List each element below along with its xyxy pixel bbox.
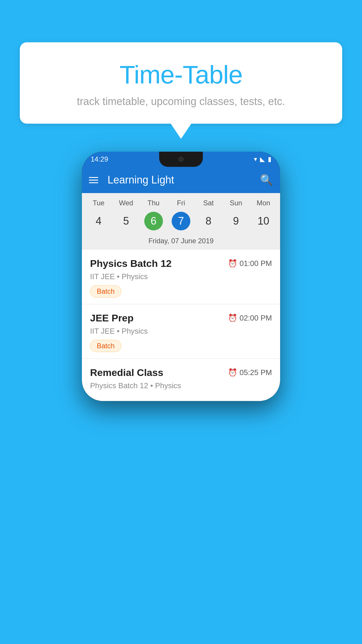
schedule-item-header-2: JEE Prep ⏰ 02:00 PM	[90, 312, 272, 324]
schedule-item-time-2: ⏰ 02:00 PM	[228, 314, 272, 323]
clock-icon-3: ⏰	[228, 368, 237, 377]
batch-badge-2: Batch	[90, 340, 121, 352]
hamburger-line-1	[89, 177, 98, 178]
schedule-item-header-3: Remedial Class ⏰ 05:25 PM	[90, 367, 272, 378]
status-icons: ▾ ◣ ▮	[254, 155, 271, 163]
day-8[interactable]: 8	[195, 212, 222, 230]
schedule-item-subtitle-1: IIT JEE • Physics	[90, 272, 272, 281]
notch	[159, 152, 203, 167]
day-4[interactable]: 4	[85, 212, 112, 230]
schedule-item-1[interactable]: Physics Batch 12 ⏰ 01:00 PM IIT JEE • Ph…	[82, 250, 280, 304]
status-bar: 14:29 ▾ ◣ ▮	[82, 152, 280, 167]
phone-screen: 14:29 ▾ ◣ ▮ Learning Light	[82, 152, 280, 401]
batch-badge-1: Batch	[90, 285, 121, 298]
schedule-item-subtitle-3: Physics Batch 12 • Physics	[90, 381, 272, 390]
day-name-thu: Thu	[140, 199, 167, 209]
app-bar: Learning Light 🔍	[82, 167, 280, 193]
day-name-fri: Fri	[167, 199, 195, 209]
day-name-tue: Tue	[85, 199, 112, 209]
calendar-week: Tue Wed Thu Fri Sat Sun Mon 4 5 6 7 8 9 …	[82, 193, 280, 250]
schedule-item-subtitle-2: IIT JEE • Physics	[90, 327, 272, 336]
schedule-item-2[interactable]: JEE Prep ⏰ 02:00 PM IIT JEE • Physics Ba…	[82, 304, 280, 359]
speech-bubble-title: Time-Table	[31, 60, 331, 90]
day-10[interactable]: 10	[250, 212, 277, 230]
hamburger-menu-icon[interactable]	[89, 177, 98, 183]
day-names-row: Tue Wed Thu Fri Sat Sun Mon	[82, 199, 280, 209]
phone-container: 14:29 ▾ ◣ ▮ Learning Light	[82, 152, 280, 401]
hamburger-line-3	[89, 182, 98, 183]
schedule-item-title-1: Physics Batch 12	[90, 258, 172, 269]
camera-dot	[178, 157, 184, 162]
speech-bubble-subtitle: track timetable, upcoming classes, tests…	[31, 95, 331, 108]
schedule-time-value-1: 01:00 PM	[240, 259, 272, 268]
status-time: 14:29	[91, 155, 108, 163]
schedule-item-header-1: Physics Batch 12 ⏰ 01:00 PM	[90, 258, 272, 269]
day-7-selected[interactable]: 7	[172, 212, 190, 230]
clock-icon-2: ⏰	[228, 314, 237, 323]
hamburger-line-2	[89, 180, 98, 181]
schedule-time-value-3: 05:25 PM	[240, 368, 272, 377]
schedule-item-title-3: Remedial Class	[90, 367, 163, 378]
app-title: Learning Light	[108, 174, 253, 186]
signal-icon: ◣	[260, 155, 265, 163]
schedule-item-title-2: JEE Prep	[90, 312, 133, 324]
day-9[interactable]: 9	[222, 212, 249, 230]
schedule-item-3[interactable]: Remedial Class ⏰ 05:25 PM Physics Batch …	[82, 359, 280, 401]
wifi-icon: ▾	[254, 155, 257, 163]
day-name-sun: Sun	[222, 199, 249, 209]
day-name-wed: Wed	[112, 199, 140, 209]
speech-bubble: Time-Table track timetable, upcoming cla…	[20, 42, 342, 124]
clock-icon-1: ⏰	[228, 259, 237, 268]
schedule-item-time-1: ⏰ 01:00 PM	[228, 259, 272, 268]
day-name-mon: Mon	[250, 199, 277, 209]
schedule-list: Physics Batch 12 ⏰ 01:00 PM IIT JEE • Ph…	[82, 250, 280, 401]
day-6-today[interactable]: 6	[144, 212, 163, 230]
day-5[interactable]: 5	[112, 212, 140, 230]
battery-icon: ▮	[268, 155, 271, 163]
schedule-item-time-3: ⏰ 05:25 PM	[228, 368, 272, 377]
speech-bubble-container: Time-Table track timetable, upcoming cla…	[20, 42, 342, 124]
phone-frame: 14:29 ▾ ◣ ▮ Learning Light	[82, 152, 280, 401]
search-icon[interactable]: 🔍	[260, 174, 273, 186]
schedule-time-value-2: 02:00 PM	[240, 314, 272, 323]
day-numbers-row: 4 5 6 7 8 9 10	[82, 209, 280, 235]
selected-date-label: Friday, 07 June 2019	[82, 235, 280, 250]
day-name-sat: Sat	[195, 199, 222, 209]
